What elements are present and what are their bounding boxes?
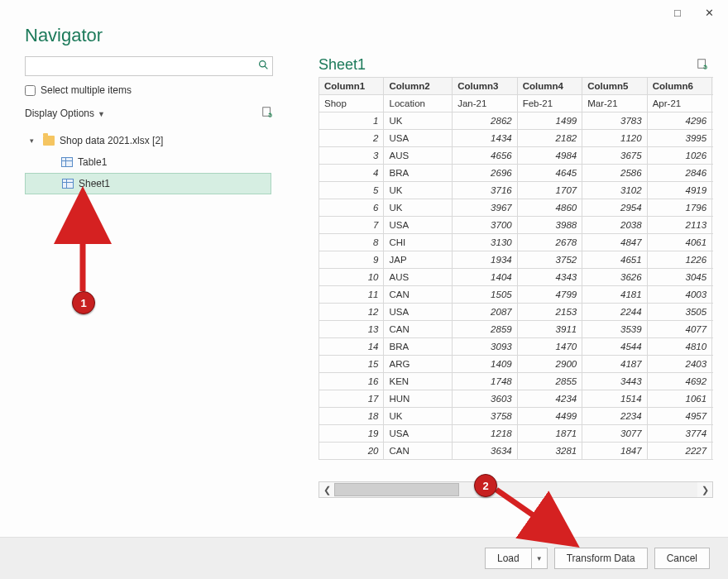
cell: 9 [319, 251, 384, 269]
column-header[interactable]: Column3 [453, 78, 517, 95]
cell: 4 [319, 165, 384, 182]
cell: 4656 [453, 147, 517, 165]
table-row[interactable]: 4BRA2696464525862846 [319, 165, 714, 182]
cell: 3443 [582, 373, 647, 390]
page-title: Navigator [0, 23, 728, 56]
search-icon[interactable] [258, 60, 269, 73]
table-row[interactable]: 18UK3758449922344957 [319, 408, 714, 425]
scroll-right-icon[interactable]: ❯ [697, 482, 712, 497]
cell: 1226 [647, 251, 711, 269]
cell: 2696 [453, 165, 517, 182]
close-icon[interactable]: ✕ [695, 7, 723, 19]
table-row[interactable]: 3AUS4656498436751026 [319, 147, 714, 165]
table-row[interactable]: 16KEN1748285534434692 [319, 373, 714, 390]
cell [712, 217, 713, 234]
table-row[interactable]: 9JAP1934375246511226 [319, 251, 714, 269]
table-row[interactable]: 11CAN1505479941814003 [319, 286, 714, 304]
load-split-button[interactable]: Load ▼ [485, 548, 548, 569]
cell: 1847 [582, 443, 647, 460]
cell [712, 234, 713, 251]
cell [712, 147, 713, 165]
cell: 2678 [517, 234, 582, 251]
cell [712, 338, 713, 356]
table-row[interactable]: 17HUN3603423415141061 [319, 390, 714, 408]
scroll-left-icon[interactable]: ❮ [319, 482, 334, 497]
tree-item-label: Sheet1 [79, 178, 110, 189]
table-row[interactable]: 6UK3967486029541796 [319, 199, 714, 217]
cell: 1748 [453, 373, 517, 390]
tree-item-sheet1[interactable]: Sheet1 [25, 173, 271, 194]
cell: 4957 [647, 408, 711, 425]
cell: 2586 [582, 165, 647, 182]
select-multiple-input[interactable] [25, 85, 36, 96]
cell: 3700 [453, 217, 517, 234]
display-options-dropdown[interactable]: Display Options▼ [25, 108, 105, 119]
cell: UK [384, 408, 453, 425]
table-row[interactable]: 14BRA3093147045444810 [319, 338, 714, 356]
table-row[interactable]: 19USA1218187130773774 [319, 425, 714, 443]
table-row[interactable]: 2USA1434218211203995 [319, 130, 714, 147]
cell: 1061 [647, 390, 711, 408]
cell: 8 [319, 234, 384, 251]
cell: 3967 [453, 199, 517, 217]
column-header[interactable]: Column1 [319, 78, 384, 95]
table-row[interactable]: 10AUS1404434336263045 [319, 269, 714, 286]
select-multiple-checkbox[interactable]: Select multiple items [25, 84, 294, 96]
table-row[interactable]: 1UK2862149937834296 [319, 112, 714, 130]
transform-data-button[interactable]: Transform Data [554, 548, 648, 569]
table-row[interactable]: 13CAN2859391135394077 [319, 321, 714, 338]
cell: 1514 [582, 390, 647, 408]
cell: UK [384, 112, 453, 130]
table-row[interactable]: 12USA2087215322443505 [319, 304, 714, 321]
svg-rect-3 [698, 60, 706, 69]
cell: 2862 [453, 112, 517, 130]
cell: 1934 [453, 251, 517, 269]
cell: 2038 [582, 217, 647, 234]
cell [712, 199, 713, 217]
table-row[interactable]: 15ARG1409290041872403 [319, 356, 714, 373]
cell: 19 [319, 425, 384, 443]
cell: 3045 [647, 269, 711, 286]
tree-item-table1[interactable]: Table1 [25, 151, 294, 173]
cell: 4544 [582, 338, 647, 356]
load-caret-icon[interactable]: ▼ [531, 548, 548, 569]
column-header[interactable]: Column5 [582, 78, 647, 95]
cell: 3093 [453, 338, 517, 356]
maximize-icon[interactable]: □ [663, 7, 692, 19]
table-row[interactable]: 20CAN3634328118472227 [319, 443, 714, 460]
preview-refresh-icon[interactable] [697, 58, 708, 72]
cell: ARG [384, 356, 453, 373]
cell: 3281 [517, 443, 582, 460]
cell: CAN [384, 443, 453, 460]
table-row[interactable]: 5UK3716170731024919 [319, 182, 714, 199]
refresh-icon[interactable] [261, 106, 273, 120]
collapse-icon[interactable]: ▾ [30, 136, 38, 145]
cancel-button[interactable]: Cancel [654, 548, 710, 569]
cell [712, 304, 713, 321]
select-multiple-label: Select multiple items [41, 84, 132, 96]
cell [712, 321, 713, 338]
cell [712, 390, 713, 408]
cell: 3 [319, 147, 384, 165]
cell: 1404 [453, 269, 517, 286]
table-row[interactable]: 8CHI3130267848474061 [319, 234, 714, 251]
cell: 3783 [582, 112, 647, 130]
table-row[interactable]: 7USA3700398820382113 [319, 217, 714, 234]
cell: 12 [319, 304, 384, 321]
scroll-thumb[interactable] [334, 483, 459, 496]
cell: 1505 [453, 286, 517, 304]
preview-title: Sheet1 [318, 56, 366, 74]
horizontal-scrollbar[interactable]: ❮ ❯ [318, 481, 713, 498]
cell: 2227 [647, 443, 711, 460]
column-header[interactable]: Column7 [712, 78, 713, 95]
column-header[interactable]: Column2 [384, 78, 453, 95]
search-input[interactable] [25, 56, 273, 76]
cell: 2900 [517, 356, 582, 373]
tree-root[interactable]: ▾ Shop data 2021.xlsx [2] [25, 130, 294, 151]
cell: 13 [319, 321, 384, 338]
cell [712, 165, 713, 182]
load-button[interactable]: Load [485, 548, 531, 569]
column-header[interactable]: Column6 [647, 78, 711, 95]
column-header[interactable]: Column4 [517, 78, 582, 95]
cell: 1499 [517, 112, 582, 130]
